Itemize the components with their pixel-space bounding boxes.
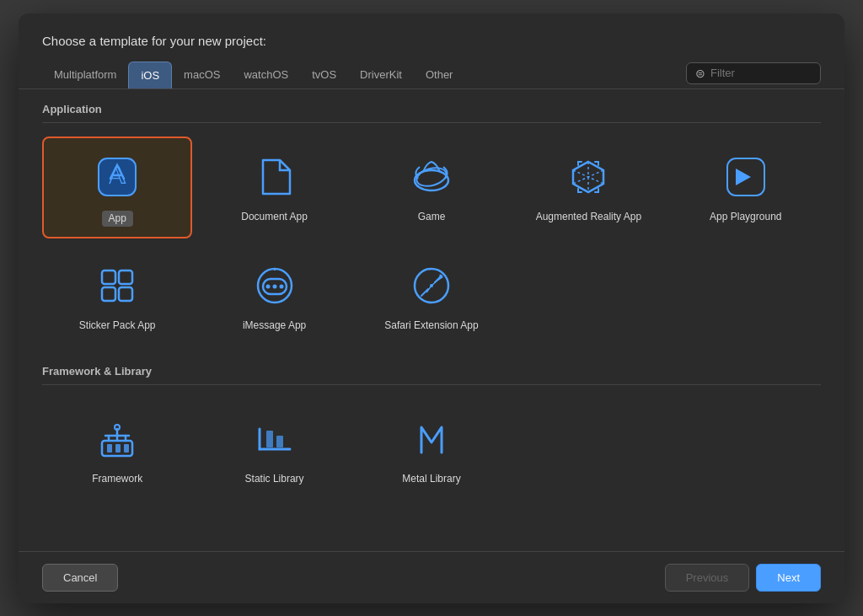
imessage-icon	[249, 260, 300, 311]
content-area: Application 𝔸 App	[19, 89, 844, 551]
template-framework-label: Framework	[92, 473, 142, 486]
svg-rect-18	[115, 444, 121, 453]
ar-icon	[563, 152, 614, 202]
safari-ext-icon	[406, 260, 457, 311]
svg-rect-21	[266, 431, 273, 447]
template-app[interactable]: 𝔸 App	[42, 137, 192, 239]
template-metal-library[interactable]: Metal Library	[356, 399, 507, 498]
navigation-buttons: Previous Next	[665, 564, 821, 592]
template-static-library-label: Static Library	[245, 473, 304, 486]
section-application-label: Application	[42, 103, 821, 123]
template-dialog: Choose a template for your new project: …	[19, 13, 844, 603]
app-playground-icon	[721, 152, 771, 202]
tabs-row: Multiplatform iOS macOS watchOS tvOS Dri…	[19, 62, 844, 89]
game-icon	[406, 152, 457, 202]
dialog-title: Choose a template for your new project:	[42, 34, 821, 48]
svg-point-3	[415, 164, 448, 189]
tab-tvos[interactable]: tvOS	[300, 62, 348, 88]
template-sticker-pack-label: Sticker Pack App	[79, 319, 156, 333]
svg-rect-8	[119, 287, 132, 301]
template-document-app[interactable]: Document App	[199, 137, 349, 239]
template-safari-ext[interactable]: Safari Extension App	[356, 245, 507, 345]
sticker-pack-icon	[92, 260, 142, 311]
template-sticker-pack[interactable]: Sticker Pack App	[42, 245, 192, 345]
template-document-app-label: Document App	[241, 211, 308, 224]
template-app-label: App	[102, 211, 133, 228]
template-ar-app[interactable]: Augmented Reality App	[513, 137, 663, 239]
cancel-button[interactable]: Cancel	[42, 564, 118, 592]
svg-rect-7	[102, 287, 115, 301]
tab-macos[interactable]: macOS	[172, 62, 232, 88]
svg-rect-22	[276, 436, 283, 447]
svg-rect-19	[124, 444, 129, 453]
template-framework[interactable]: Framework	[42, 399, 192, 498]
previous-button[interactable]: Previous	[665, 564, 750, 592]
filter-input[interactable]	[710, 67, 812, 79]
template-metal-library-label: Metal Library	[402, 473, 460, 486]
app-icon: 𝔸	[92, 152, 142, 202]
template-safari-ext-label: Safari Extension App	[384, 319, 478, 333]
tab-ios[interactable]: iOS	[128, 62, 172, 88]
svg-point-13	[279, 285, 283, 289]
template-ar-label: Augmented Reality App	[536, 211, 641, 224]
template-game-label: Game	[418, 211, 446, 224]
metal-library-icon	[406, 414, 457, 464]
template-app-playground-label: App Playground	[710, 211, 781, 224]
filter-box: ⊜	[686, 62, 821, 84]
section-framework-label: Framework & Library	[42, 365, 821, 385]
template-game[interactable]: Game	[356, 137, 507, 239]
svg-rect-6	[119, 271, 132, 284]
filter-icon: ⊜	[695, 67, 705, 80]
tab-watchos[interactable]: watchOS	[232, 62, 300, 88]
template-imessage[interactable]: iMessage App	[199, 245, 349, 345]
document-app-icon	[249, 152, 300, 202]
framework-icon	[92, 414, 142, 464]
framework-grid: Framework Static Library	[42, 399, 821, 498]
template-app-playground[interactable]: App Playground	[671, 137, 821, 239]
svg-point-12	[272, 285, 276, 289]
tab-driverkit[interactable]: DriverKit	[348, 62, 414, 88]
dialog-header: Choose a template for your new project:	[19, 13, 844, 62]
tab-multiplatform[interactable]: Multiplatform	[42, 62, 128, 88]
next-button[interactable]: Next	[756, 564, 821, 592]
static-library-icon	[249, 414, 300, 464]
tab-other[interactable]: Other	[414, 62, 465, 88]
svg-point-20	[115, 425, 120, 430]
template-static-library[interactable]: Static Library	[199, 399, 349, 498]
application-grid: 𝔸 App Document App	[42, 137, 821, 345]
section-application: Application 𝔸 App	[42, 103, 821, 345]
dialog-footer: Cancel Previous Next	[19, 551, 844, 603]
svg-rect-17	[107, 444, 112, 453]
svg-point-11	[265, 285, 270, 289]
section-framework-library: Framework & Library	[42, 365, 821, 498]
svg-rect-5	[102, 271, 115, 284]
template-imessage-label: iMessage App	[243, 319, 306, 333]
